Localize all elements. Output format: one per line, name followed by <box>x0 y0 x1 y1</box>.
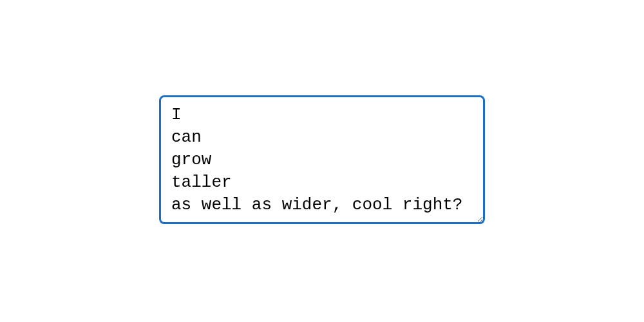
textarea-container <box>159 95 485 227</box>
growing-textarea[interactable] <box>159 95 485 224</box>
